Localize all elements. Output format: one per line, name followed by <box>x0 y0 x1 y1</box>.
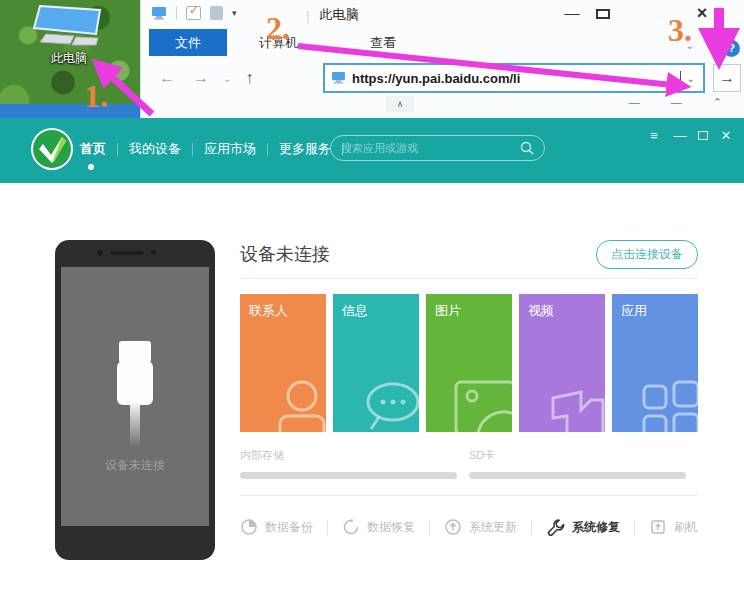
tab-file[interactable]: 文件 <box>149 29 227 56</box>
explorer-window: ▾ | 此电脑 — × 文件 计算机 查看 ⌄ ? ← → ⌄ ↑ https:… <box>140 0 744 118</box>
phone-sensor-dot <box>151 250 156 255</box>
text-cursor <box>680 71 681 85</box>
close-button[interactable]: × <box>691 4 713 22</box>
flash-rom-icon <box>649 518 667 536</box>
tile-videos[interactable]: 视频 <box>519 294 605 432</box>
search-icon[interactable] <box>520 141 534 155</box>
device-panel: 设备未连接 点击连接设备 联系人 信息 <box>240 238 698 541</box>
up-arrow-icon[interactable]: ↑ <box>245 69 253 87</box>
explorer-title: 此电脑 <box>319 6 358 24</box>
search-box[interactable] <box>330 135 545 161</box>
tools-row: 数据备份 数据恢复 系统更新 <box>240 513 698 541</box>
address-site-icon <box>331 72 346 84</box>
phone-screen: 设备未连接 <box>61 267 209 526</box>
app-maximize-button[interactable] <box>698 131 708 140</box>
separator <box>429 520 430 535</box>
sd-card-bar <box>469 472 686 479</box>
tile-apps[interactable]: 应用 <box>612 294 698 432</box>
tile-messages[interactable]: 信息 <box>333 294 419 432</box>
assistant-logo-icon[interactable] <box>30 127 74 171</box>
tile-contacts[interactable]: 联系人 <box>240 294 326 432</box>
internal-storage-label: 内部存储 <box>240 448 457 463</box>
app-minimize-button[interactable]: — <box>672 128 688 143</box>
annotation-step-1: 1. <box>84 80 108 112</box>
maximize-button[interactable] <box>596 9 610 19</box>
help-button[interactable]: ? <box>723 40 740 57</box>
expand-ribbon-caret-icon[interactable]: ∧ <box>386 96 414 112</box>
tab-view[interactable]: 查看 <box>352 29 414 56</box>
nav-item-my-device[interactable]: 我的设备 <box>129 140 181 158</box>
storage-section: 内部存储 SD卡 <box>240 448 698 479</box>
window-title-area: | 此电脑 <box>306 6 358 24</box>
sd-card-label: SD卡 <box>469 448 686 463</box>
assistant-header: 首页 我的设备 应用市场 更多服务 ≡ — ✕ <box>0 118 744 183</box>
contacts-icon <box>264 376 326 432</box>
action-data-backup[interactable]: 数据备份 <box>240 518 313 536</box>
flash-rom-label: 刷机 <box>674 519 698 536</box>
messages-icon <box>357 376 419 432</box>
app-close-button[interactable]: ✕ <box>718 128 734 143</box>
assistant-nav: 首页 我的设备 应用市场 更多服务 <box>80 140 343 158</box>
action-data-restore[interactable]: 数据恢复 <box>342 518 415 536</box>
nav-item-more-services[interactable]: 更多服务 <box>279 140 331 158</box>
taskbar-strip <box>0 104 140 118</box>
phone-status-label: 设备未连接 <box>61 457 209 474</box>
separator <box>117 143 118 156</box>
separator <box>531 520 532 535</box>
system-repair-label: 系统修复 <box>572 519 620 536</box>
back-arrow-icon[interactable]: ← <box>159 69 175 87</box>
data-backup-icon <box>240 518 258 536</box>
data-backup-label: 数据备份 <box>265 519 313 536</box>
ribbon-tabs: 文件 计算机 查看 <box>141 29 744 56</box>
apps-icon <box>636 376 698 432</box>
usb-cable-icon <box>113 339 157 449</box>
address-url-text: https://yun.pai.baidu.com/li <box>352 71 674 86</box>
divider <box>240 278 698 279</box>
phone-speaker <box>110 251 144 255</box>
tile-pictures-label: 图片 <box>435 302 461 320</box>
screenshot-root: 此电脑 1. ▾ | 此电脑 — × 文件 计算机 查看 ⌄ ? ← <box>0 0 744 611</box>
properties-icon[interactable] <box>186 6 201 20</box>
action-flash-rom[interactable]: 刷机 <box>649 518 698 536</box>
nav-item-home[interactable]: 首页 <box>80 140 106 158</box>
system-update-icon <box>444 518 462 536</box>
this-pc-icon[interactable] <box>26 4 106 52</box>
menu-icon[interactable]: ≡ <box>646 128 662 143</box>
internal-storage-bar <box>240 472 457 479</box>
phone-camera-dot <box>97 250 103 256</box>
data-restore-label: 数据恢复 <box>367 519 415 536</box>
separator <box>267 143 268 156</box>
address-dropdown-caret-icon[interactable]: ⌄ <box>687 73 697 84</box>
computer-icon[interactable] <box>151 7 167 20</box>
tile-contacts-label: 联系人 <box>249 302 288 320</box>
minimize-button[interactable]: — <box>561 4 583 22</box>
tile-messages-label: 信息 <box>342 302 368 320</box>
separator <box>634 520 635 535</box>
quick-access-toolbar: ▾ <box>151 6 237 20</box>
action-system-repair[interactable]: 系统修复 <box>546 518 620 537</box>
phone-illustration: 设备未连接 <box>55 240 215 560</box>
forward-arrow-icon[interactable]: → <box>193 69 209 87</box>
new-folder-icon[interactable] <box>210 6 223 20</box>
action-system-update[interactable]: 系统更新 <box>444 518 517 536</box>
separator <box>327 520 328 535</box>
system-repair-icon <box>546 518 565 537</box>
this-pc-label[interactable]: 此电脑 <box>14 50 124 67</box>
tile-videos-label: 视频 <box>528 302 554 320</box>
tile-apps-label: 应用 <box>621 302 647 320</box>
ribbon-edge-row: ∧ — — ⌃ <box>141 96 744 116</box>
recent-locations-caret-icon[interactable]: ⌄ <box>223 73 231 84</box>
device-main-area: 设备未连接 设备未连接 点击连接设备 联系人 <box>0 183 744 611</box>
separator <box>192 143 193 156</box>
address-input[interactable]: https://yun.pai.baidu.com/li ⌄ <box>323 63 705 93</box>
annotation-step-3: 3. <box>668 14 692 46</box>
data-restore-icon <box>342 518 360 536</box>
customize-qat-caret-icon[interactable]: ▾ <box>232 8 237 18</box>
assistant-window-controls: ≡ — ✕ <box>646 128 734 143</box>
tile-pictures[interactable]: 图片 <box>426 294 512 432</box>
go-to-button[interactable]: → <box>713 64 741 92</box>
search-input[interactable] <box>341 142 520 154</box>
nav-item-app-market[interactable]: 应用市场 <box>204 140 256 158</box>
videos-icon <box>543 376 605 432</box>
connect-device-button[interactable]: 点击连接设备 <box>596 240 698 269</box>
